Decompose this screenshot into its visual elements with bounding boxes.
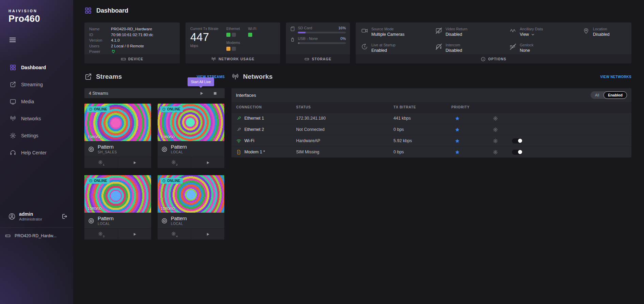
stream-source: LOCAL — [171, 222, 187, 226]
modems-status-group: Modems — [226, 41, 276, 51]
field-value: 4.1.0 — [111, 37, 120, 43]
stream-name: Pattern — [171, 144, 187, 150]
interface-bitrate: 0 bps — [393, 127, 451, 132]
sd-card-percent: 16% — [338, 26, 346, 30]
clock-icon — [89, 107, 93, 111]
user-info: admin Administrator — [19, 211, 42, 221]
stop-icon — [213, 91, 218, 96]
sidebar-item-media[interactable]: Media — [0, 93, 73, 110]
modems-label: Modems — [226, 41, 276, 45]
start-all-streams-button[interactable] — [199, 91, 204, 96]
stream-source: SH_SALES — [98, 150, 117, 154]
menu-toggle-button[interactable] — [9, 36, 17, 44]
stream-index: 2 — [176, 163, 177, 166]
stream-play-button[interactable] — [191, 229, 225, 240]
bitrate-label: Current Tx Bitrate — [190, 27, 226, 31]
sidebar-item-streaming[interactable]: Streaming — [0, 76, 73, 93]
field-value: PRO420-RD_Hardware — [111, 26, 152, 32]
interface-enabled-toggle[interactable] — [512, 150, 522, 155]
star-icon — [455, 127, 460, 132]
stream-thumbnail[interactable]: ONLINE 1080i50 — [84, 104, 151, 141]
options-footer: OPTIONS — [356, 55, 631, 63]
stream-thumbnail[interactable]: ONLINE 1080i50 — [158, 175, 224, 213]
sidebar-item-settings[interactable]: Settings — [0, 127, 73, 144]
priority-star[interactable] — [451, 150, 493, 155]
dashboard-grid-icon — [84, 7, 92, 14]
usb-label: USB - None — [298, 36, 318, 41]
dashboard-grid-icon — [10, 64, 16, 71]
play-icon — [199, 91, 204, 96]
interface-settings-button[interactable] — [493, 138, 512, 143]
interface-settings-button[interactable] — [493, 150, 512, 155]
option-label: Live at Startup — [371, 43, 396, 47]
page-title: Dashboard — [96, 7, 128, 14]
stream-source: LOCAL — [98, 222, 114, 226]
priority-star[interactable] — [451, 127, 493, 132]
main-content: Dashboard Name PRO420-RD_Hardware ID 70:… — [73, 0, 644, 304]
sidebar-item-help-center[interactable]: Help Center — [0, 144, 73, 161]
stream-grid: ONLINE 1080i50 Pattern SH_SALES — [84, 104, 225, 240]
interface-settings-button[interactable] — [493, 127, 512, 132]
ancillary-data-dropdown[interactable]: View — [520, 32, 543, 37]
gear-icon — [171, 160, 176, 165]
field-label: Users — [89, 43, 111, 49]
sidebar-item-networks[interactable]: Networks — [0, 110, 73, 127]
column-connection: CONNECTION — [236, 105, 296, 109]
option-live-at-startup: Live at Startup Enabled — [361, 43, 435, 55]
view-networks-link[interactable]: VIEW NETWORKS — [600, 75, 631, 79]
priority-star[interactable] — [451, 116, 493, 121]
networks-header: Networks VIEW NETWORKS — [231, 71, 631, 82]
stream-thumbnail[interactable]: ONLINE 1080i50 — [158, 104, 224, 141]
stream-card: ONLINE 1080i50 Pattern LOCAL — [84, 175, 151, 240]
stream-settings-button[interactable]: 3 — [84, 229, 118, 240]
sidebar-item-dashboard[interactable]: Dashboard — [0, 59, 73, 76]
interface-settings-button[interactable] — [493, 116, 512, 121]
logout-icon — [61, 213, 68, 220]
logout-button[interactable] — [61, 213, 68, 220]
option-value: Multiple Cameras — [371, 32, 404, 37]
sidebar-item-label: Dashboard — [21, 65, 46, 70]
sidebar-item-label: Settings — [21, 133, 38, 138]
play-icon — [206, 232, 210, 237]
interfaces-panel: Interfaces All Enabled CONNECTION STATUS… — [231, 88, 631, 157]
interface-name: Wi-Fi — [244, 138, 254, 143]
gear-icon — [98, 160, 103, 165]
options-grid: Source Mode Multiple Cameras Video Retur… — [356, 22, 631, 55]
interface-status: Not Connected — [296, 127, 393, 132]
location-pin-icon — [583, 27, 590, 34]
status-badge-label: ONLINE — [94, 179, 107, 183]
stream-info: Pattern SH_SALES — [84, 141, 151, 157]
brand-logo: HAIVISION Pro460 — [0, 0, 73, 24]
device-card-footer-label: DEVICE — [128, 57, 143, 61]
stream-play-button[interactable] — [191, 157, 225, 168]
device-name-row[interactable]: PRO420-RD_Hardw... — [0, 228, 73, 239]
interfaces-title: Interfaces — [236, 93, 256, 98]
stream-play-button[interactable] — [118, 229, 151, 240]
stream-name: Pattern — [98, 144, 117, 150]
priority-star[interactable] — [451, 138, 493, 143]
filter-enabled-option[interactable]: Enabled — [603, 91, 627, 99]
device-field: ID 70:98:10:61:02:71:80:dc — [89, 32, 175, 38]
stream-card: ONLINE 1080i50 Pattern LOCAL — [158, 175, 224, 240]
stream-play-button[interactable] — [118, 157, 151, 168]
stream-settings-button[interactable]: 2 — [158, 157, 191, 168]
interface-enabled-toggle[interactable] — [512, 138, 522, 143]
stream-thumbnail[interactable]: ONLINE 1080i50 — [84, 175, 151, 213]
stream-settings-button[interactable]: 1 — [84, 157, 118, 168]
avatar — [8, 213, 16, 220]
antenna-icon — [231, 73, 239, 81]
stop-all-streams-button[interactable] — [213, 91, 218, 96]
stream-settings-button[interactable]: 4 — [158, 229, 191, 240]
bitrate-value: 447 — [190, 31, 226, 44]
device-icon — [121, 57, 126, 62]
device-card: Name PRO420-RD_Hardware ID 70:98:10:61:0… — [84, 22, 180, 63]
gear-icon — [493, 150, 498, 155]
stream-info: Pattern LOCAL — [158, 141, 224, 157]
sidebar-bottom: admin Administrator PRO420-RD_Hardw... — [0, 211, 73, 239]
column-tx-bitrate: TX BITRATE — [393, 105, 451, 109]
network-usage-body: Current Tx Bitrate 447 kbps Ethernet — [186, 22, 280, 55]
status-badge: ONLINE — [87, 178, 110, 184]
ethernet-label: Ethernet — [226, 27, 240, 31]
filter-all-option[interactable]: All — [591, 91, 603, 99]
device-card-footer: DEVICE — [84, 55, 180, 63]
